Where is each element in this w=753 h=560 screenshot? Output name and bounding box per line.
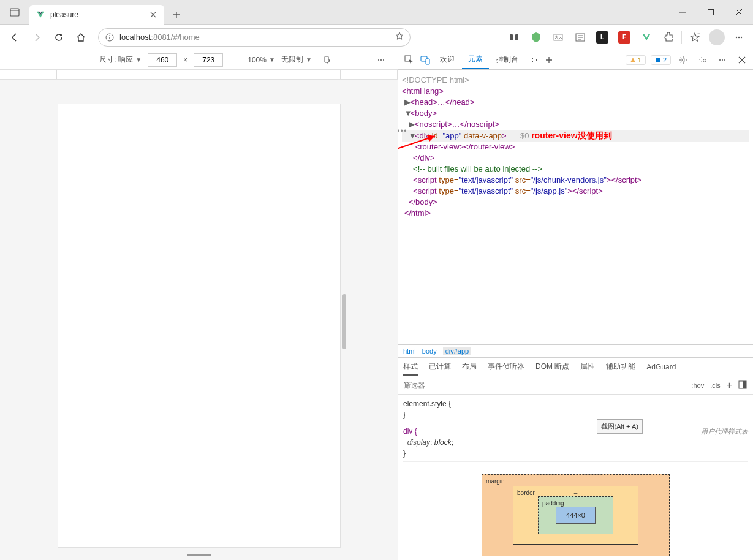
dom-tree[interactable]: ••• <!DOCTYPE html> <html lang> ▶<head>…… xyxy=(398,70,753,344)
selected-line-actions-icon[interactable]: ••• xyxy=(398,126,407,137)
inspect-icon[interactable] xyxy=(402,53,417,67)
tab-console[interactable]: 控制台 xyxy=(490,50,524,69)
svg-point-33 xyxy=(724,59,725,61)
filter-input[interactable] xyxy=(398,376,685,394)
tab-accessibility[interactable]: 辅助功能 xyxy=(606,361,635,372)
tab-title: pleasure xyxy=(50,10,143,19)
warnings-badge[interactable]: 1 xyxy=(626,55,646,65)
issues-badge[interactable]: 2 xyxy=(651,55,671,65)
annotation-text: router-view没使用到 xyxy=(531,131,611,140)
feedback-icon[interactable] xyxy=(695,53,710,67)
svg-rect-20 xyxy=(325,56,328,62)
site-info-icon[interactable] xyxy=(105,32,115,42)
svg-point-22 xyxy=(380,59,382,61)
breadcrumb-body[interactable]: body xyxy=(422,347,437,355)
tab-layout[interactable]: 布局 xyxy=(462,361,477,372)
svg-point-18 xyxy=(738,36,740,37)
adguard-icon[interactable] xyxy=(527,28,545,47)
tab-welcome[interactable]: 欢迎 xyxy=(434,50,461,69)
breadcrumb-html[interactable]: html xyxy=(403,347,416,355)
browser-tab[interactable]: pleasure xyxy=(29,5,164,25)
scrollbar[interactable] xyxy=(342,294,346,349)
titlebar: pleasure xyxy=(0,0,753,25)
source-label: 用户代理样式表 xyxy=(701,426,748,437)
resize-handle[interactable] xyxy=(187,554,211,556)
close-button[interactable] xyxy=(725,0,753,24)
more-tabs-icon[interactable] xyxy=(526,53,540,67)
minimize-button[interactable] xyxy=(668,0,697,24)
favorites-icon[interactable] xyxy=(686,28,704,47)
tab-dom-breakpoints[interactable]: DOM 断点 xyxy=(535,361,569,372)
svg-point-21 xyxy=(378,59,379,61)
cls-toggle[interactable]: .cls xyxy=(710,382,721,389)
chevron-down-icon: ▼ xyxy=(306,56,312,63)
vue-devtools-icon[interactable] xyxy=(637,28,656,47)
device-frame[interactable] xyxy=(58,104,340,547)
screenshot-hint: 截图(Alt + A) xyxy=(597,419,643,434)
profile-avatar[interactable] xyxy=(708,28,726,47)
device-toggle-icon[interactable] xyxy=(418,53,433,67)
add-rule-button[interactable]: + xyxy=(727,380,732,391)
tab-styles[interactable]: 样式 xyxy=(403,361,418,376)
chevron-down-icon: ▼ xyxy=(269,56,275,63)
box-model-content: 444×0 xyxy=(556,507,596,524)
selected-dom-node[interactable]: ▼<div id="app" data-v-app> == $0 router-… xyxy=(402,130,749,142)
throttle-dropdown[interactable]: 无限制 xyxy=(281,55,303,65)
rotate-icon[interactable] xyxy=(318,51,336,69)
svg-point-28 xyxy=(682,59,684,61)
toolbar-extensions: L F xyxy=(505,28,748,47)
svg-point-19 xyxy=(741,36,742,37)
responsive-dropdown[interactable]: 响应 xyxy=(118,55,133,65)
styles-content[interactable]: element.style { } 用户代理样式表 div { display:… xyxy=(398,395,753,560)
menu-icon[interactable] xyxy=(730,28,748,47)
ext-icon-5[interactable]: L xyxy=(593,28,611,47)
tab-adguard[interactable]: AdGuard xyxy=(646,363,676,371)
tab-list-button[interactable] xyxy=(0,0,29,24)
reload-button[interactable] xyxy=(49,28,69,47)
ext-icon-3[interactable] xyxy=(549,28,567,47)
tab-computed[interactable]: 已计算 xyxy=(429,361,451,372)
tab-elements[interactable]: 元素 xyxy=(462,50,489,69)
url-bar[interactable]: localhost:8081/#/home xyxy=(98,28,411,47)
extensions-icon[interactable] xyxy=(659,28,678,47)
chevron-down-icon: ▼ xyxy=(135,56,142,63)
menu-icon[interactable] xyxy=(715,53,730,67)
breadcrumb-app[interactable]: div#app xyxy=(443,347,472,355)
tab-listeners[interactable]: 事件侦听器 xyxy=(488,361,524,372)
device-preview-panel: 尺寸: 响应 ▼ × 100% ▼ 无限制 ▼ xyxy=(0,50,398,560)
panel-layout-icon[interactable] xyxy=(738,380,747,390)
hov-toggle[interactable]: :hov xyxy=(691,382,704,389)
maximize-button[interactable] xyxy=(697,0,725,24)
height-input[interactable] xyxy=(194,53,223,67)
favorite-icon[interactable] xyxy=(395,32,404,43)
add-panel-icon[interactable] xyxy=(542,53,556,67)
svg-rect-36 xyxy=(743,381,746,388)
forward-button[interactable] xyxy=(27,28,47,47)
vue-favicon-icon xyxy=(36,10,45,20)
new-tab-button[interactable] xyxy=(167,5,186,25)
ext-icon-6[interactable]: F xyxy=(615,28,634,47)
main-area: 尺寸: 响应 ▼ × 100% ▼ 无限制 ▼ xyxy=(0,50,753,560)
url-text: localhost:8081/#/home xyxy=(119,32,390,42)
elements-panel: ••• <!DOCTYPE html> <html lang> ▶<head>…… xyxy=(398,70,753,560)
ext-icon-4[interactable] xyxy=(571,28,589,47)
settings-icon[interactable] xyxy=(676,53,691,67)
width-input[interactable] xyxy=(148,53,177,67)
tab-properties[interactable]: 属性 xyxy=(580,361,595,372)
ext-icon-1[interactable] xyxy=(505,28,523,47)
address-bar: localhost:8081/#/home L F xyxy=(0,25,753,50)
times-label: × xyxy=(183,56,187,64)
more-icon[interactable] xyxy=(372,51,390,69)
zoom-dropdown[interactable]: 100% xyxy=(248,56,267,64)
breadcrumb: html body div#app xyxy=(398,344,753,358)
back-button[interactable] xyxy=(5,28,25,47)
svg-rect-9 xyxy=(554,34,562,40)
home-button[interactable] xyxy=(71,28,91,47)
svg-point-32 xyxy=(722,59,723,61)
size-label: 尺寸: xyxy=(99,55,116,65)
tab-close-icon[interactable] xyxy=(148,10,158,20)
svg-point-10 xyxy=(556,35,558,37)
svg-rect-3 xyxy=(708,9,714,15)
styles-tabs: 样式 已计算 布局 事件侦听器 DOM 断点 属性 辅助功能 AdGuard xyxy=(398,358,753,376)
close-devtools-icon[interactable] xyxy=(735,53,749,67)
